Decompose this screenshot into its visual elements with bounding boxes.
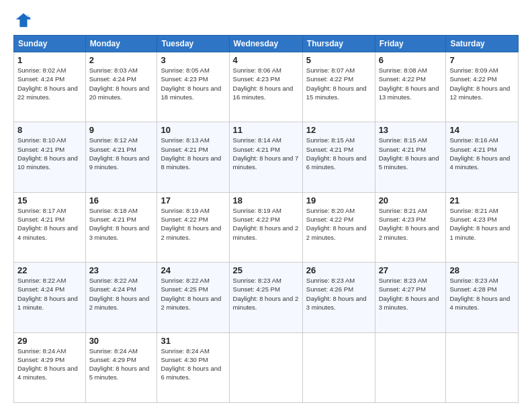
day-number: 10	[161, 125, 225, 135]
day-info: Sunrise: 8:06 AMSunset: 4:23 PMDaylight:…	[233, 66, 299, 101]
day-info: Sunrise: 8:22 AMSunset: 4:25 PMDaylight:…	[161, 276, 225, 312]
calendar-week-1: 1Sunrise: 8:02 AMSunset: 4:24 PMDaylight…	[14, 52, 519, 122]
day-header-thursday: Thursday	[302, 36, 375, 52]
day-info: Sunrise: 8:20 AMSunset: 4:22 PMDaylight:…	[306, 206, 371, 242]
day-number: 12	[306, 125, 371, 135]
day-number: 6	[379, 55, 443, 65]
day-header-wednesday: Wednesday	[229, 36, 302, 52]
day-info: Sunrise: 8:09 AMSunset: 4:22 PMDaylight:…	[449, 66, 515, 101]
day-number: 13	[379, 125, 443, 135]
day-header-friday: Friday	[375, 36, 446, 52]
day-cell-13: 13Sunrise: 8:15 AMSunset: 4:21 PMDayligh…	[375, 122, 446, 192]
day-number: 1	[17, 55, 82, 65]
calendar-week-3: 15Sunrise: 8:17 AMSunset: 4:21 PMDayligh…	[14, 192, 519, 262]
day-number: 20	[379, 195, 443, 205]
day-info: Sunrise: 8:03 AMSunset: 4:24 PMDaylight:…	[89, 66, 154, 101]
day-info: Sunrise: 8:18 AMSunset: 4:21 PMDaylight:…	[89, 206, 154, 242]
day-number: 2	[89, 55, 154, 65]
day-cell-3: 3Sunrise: 8:05 AMSunset: 4:23 PMDaylight…	[157, 52, 229, 122]
calendar-week-5: 29Sunrise: 8:24 AMSunset: 4:29 PMDayligh…	[14, 332, 519, 402]
day-info: Sunrise: 8:24 AMSunset: 4:29 PMDaylight:…	[17, 347, 82, 382]
day-cell-12: 12Sunrise: 8:15 AMSunset: 4:21 PMDayligh…	[302, 122, 375, 192]
day-number: 3	[161, 55, 225, 65]
day-info: Sunrise: 8:10 AMSunset: 4:21 PMDaylight:…	[17, 136, 82, 171]
logo-icon	[13, 11, 32, 30]
calendar-week-2: 8Sunrise: 8:10 AMSunset: 4:21 PMDaylight…	[14, 122, 519, 192]
day-cell-6: 6Sunrise: 8:08 AMSunset: 4:22 PMDaylight…	[375, 52, 446, 122]
day-number: 27	[379, 265, 443, 275]
day-cell-16: 16Sunrise: 8:18 AMSunset: 4:21 PMDayligh…	[85, 192, 157, 262]
day-cell-26: 26Sunrise: 8:23 AMSunset: 4:26 PMDayligh…	[302, 263, 375, 332]
day-header-saturday: Saturday	[446, 36, 519, 52]
day-info: Sunrise: 8:23 AMSunset: 4:26 PMDaylight:…	[306, 276, 371, 312]
day-cell-19: 19Sunrise: 8:20 AMSunset: 4:22 PMDayligh…	[302, 192, 375, 262]
day-cell-5: 5Sunrise: 8:07 AMSunset: 4:22 PMDaylight…	[302, 52, 375, 122]
logo	[13, 11, 35, 30]
empty-cell	[229, 332, 302, 402]
day-number: 14	[449, 125, 515, 135]
day-cell-9: 9Sunrise: 8:12 AMSunset: 4:21 PMDaylight…	[85, 122, 157, 192]
day-cell-28: 28Sunrise: 8:23 AMSunset: 4:28 PMDayligh…	[446, 263, 519, 332]
day-info: Sunrise: 8:22 AMSunset: 4:24 PMDaylight:…	[89, 276, 154, 312]
day-info: Sunrise: 8:15 AMSunset: 4:21 PMDaylight:…	[306, 136, 371, 171]
day-number: 15	[17, 195, 82, 205]
day-number: 18	[233, 195, 299, 205]
day-info: Sunrise: 8:23 AMSunset: 4:27 PMDaylight:…	[379, 276, 443, 312]
day-number: 9	[89, 125, 154, 135]
day-cell-11: 11Sunrise: 8:14 AMSunset: 4:21 PMDayligh…	[229, 122, 302, 192]
day-cell-17: 17Sunrise: 8:19 AMSunset: 4:22 PMDayligh…	[157, 192, 229, 262]
day-number: 23	[89, 265, 154, 275]
day-info: Sunrise: 8:14 AMSunset: 4:21 PMDaylight:…	[233, 136, 299, 171]
calendar-week-4: 22Sunrise: 8:22 AMSunset: 4:24 PMDayligh…	[14, 263, 519, 332]
day-cell-29: 29Sunrise: 8:24 AMSunset: 4:29 PMDayligh…	[14, 332, 86, 402]
day-cell-31: 31Sunrise: 8:24 AMSunset: 4:30 PMDayligh…	[157, 332, 229, 402]
day-number: 31	[161, 336, 225, 346]
calendar-table: SundayMondayTuesdayWednesdayThursdayFrid…	[13, 35, 519, 403]
empty-cell	[375, 332, 446, 402]
day-number: 11	[233, 125, 299, 135]
day-cell-24: 24Sunrise: 8:22 AMSunset: 4:25 PMDayligh…	[157, 263, 229, 332]
day-info: Sunrise: 8:05 AMSunset: 4:23 PMDaylight:…	[161, 66, 225, 101]
header	[13, 11, 519, 30]
day-cell-18: 18Sunrise: 8:19 AMSunset: 4:22 PMDayligh…	[229, 192, 302, 262]
day-info: Sunrise: 8:24 AMSunset: 4:30 PMDaylight:…	[161, 347, 225, 382]
day-info: Sunrise: 8:08 AMSunset: 4:22 PMDaylight:…	[379, 66, 443, 101]
day-info: Sunrise: 8:12 AMSunset: 4:21 PMDaylight:…	[89, 136, 154, 171]
day-info: Sunrise: 8:16 AMSunset: 4:21 PMDaylight:…	[449, 136, 515, 171]
day-cell-25: 25Sunrise: 8:23 AMSunset: 4:25 PMDayligh…	[229, 263, 302, 332]
day-number: 4	[233, 55, 299, 65]
calendar-header-row: SundayMondayTuesdayWednesdayThursdayFrid…	[14, 36, 519, 52]
page: SundayMondayTuesdayWednesdayThursdayFrid…	[0, 0, 532, 411]
day-cell-7: 7Sunrise: 8:09 AMSunset: 4:22 PMDaylight…	[446, 52, 519, 122]
day-number: 5	[306, 55, 371, 65]
day-number: 26	[306, 265, 371, 275]
day-header-sunday: Sunday	[14, 36, 86, 52]
day-cell-8: 8Sunrise: 8:10 AMSunset: 4:21 PMDaylight…	[14, 122, 86, 192]
empty-cell	[446, 332, 519, 402]
day-cell-2: 2Sunrise: 8:03 AMSunset: 4:24 PMDaylight…	[85, 52, 157, 122]
day-info: Sunrise: 8:24 AMSunset: 4:29 PMDaylight:…	[89, 347, 154, 382]
day-number: 24	[161, 265, 225, 275]
day-info: Sunrise: 8:21 AMSunset: 4:23 PMDaylight:…	[379, 206, 443, 242]
day-cell-10: 10Sunrise: 8:13 AMSunset: 4:21 PMDayligh…	[157, 122, 229, 192]
day-cell-22: 22Sunrise: 8:22 AMSunset: 4:24 PMDayligh…	[14, 263, 86, 332]
day-info: Sunrise: 8:13 AMSunset: 4:21 PMDaylight:…	[161, 136, 225, 171]
day-number: 28	[449, 265, 515, 275]
day-cell-27: 27Sunrise: 8:23 AMSunset: 4:27 PMDayligh…	[375, 263, 446, 332]
day-header-monday: Monday	[85, 36, 157, 52]
day-number: 7	[449, 55, 515, 65]
day-header-tuesday: Tuesday	[157, 36, 229, 52]
day-number: 22	[17, 265, 82, 275]
day-number: 17	[161, 195, 225, 205]
day-info: Sunrise: 8:22 AMSunset: 4:24 PMDaylight:…	[17, 276, 82, 312]
day-number: 19	[306, 195, 371, 205]
day-info: Sunrise: 8:15 AMSunset: 4:21 PMDaylight:…	[379, 136, 443, 171]
day-number: 21	[449, 195, 515, 205]
day-info: Sunrise: 8:21 AMSunset: 4:23 PMDaylight:…	[449, 206, 515, 242]
day-number: 30	[89, 336, 154, 346]
day-cell-30: 30Sunrise: 8:24 AMSunset: 4:29 PMDayligh…	[85, 332, 157, 402]
day-info: Sunrise: 8:23 AMSunset: 4:28 PMDaylight:…	[449, 276, 515, 312]
day-cell-14: 14Sunrise: 8:16 AMSunset: 4:21 PMDayligh…	[446, 122, 519, 192]
day-cell-21: 21Sunrise: 8:21 AMSunset: 4:23 PMDayligh…	[446, 192, 519, 262]
day-info: Sunrise: 8:07 AMSunset: 4:22 PMDaylight:…	[306, 66, 371, 101]
